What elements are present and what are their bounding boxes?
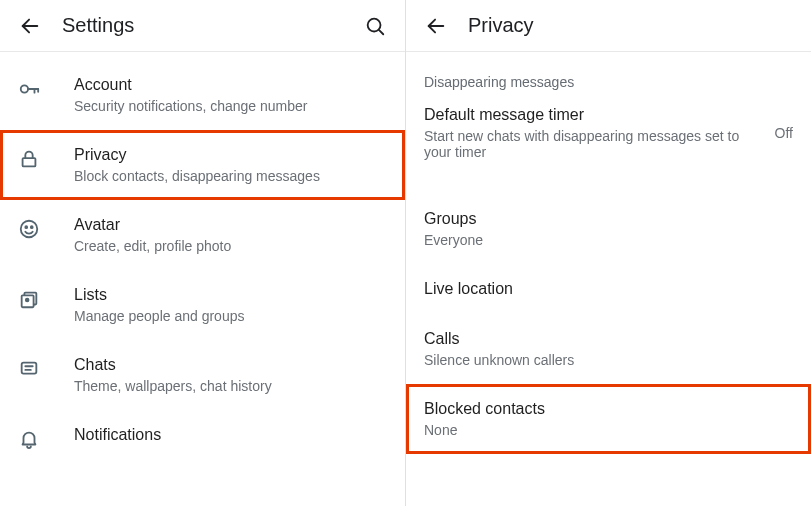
back-button[interactable]	[416, 6, 456, 46]
settings-item-account[interactable]: Account Security notifications, change n…	[0, 60, 405, 130]
svg-point-3	[21, 85, 28, 92]
lock-icon	[18, 148, 40, 170]
page-title: Privacy	[468, 14, 534, 37]
list-item-label: Avatar	[74, 216, 387, 234]
list-item-sub: Create, edit, profile photo	[74, 238, 387, 254]
list-item-sub: Everyone	[424, 232, 793, 248]
list-item-sub: Block contacts, disappearing messages	[74, 168, 387, 184]
lists-icon	[18, 288, 40, 310]
list-item-label: Blocked contacts	[424, 400, 793, 418]
list-item-label: Notifications	[74, 426, 387, 444]
bell-icon	[18, 428, 40, 450]
settings-item-chats[interactable]: Chats Theme, wallpapers, chat history	[0, 340, 405, 410]
svg-rect-7	[23, 158, 36, 166]
settings-list: Account Security notifications, change n…	[0, 52, 405, 454]
back-button[interactable]	[10, 6, 50, 46]
svg-point-8	[21, 221, 38, 238]
list-item-label: Default message timer	[424, 106, 767, 124]
list-item-sub: Manage people and groups	[74, 308, 387, 324]
privacy-item-default-timer[interactable]: Default message timer Start new chats wi…	[406, 98, 811, 176]
settings-panel: Settings Account Security notifications,…	[0, 0, 406, 506]
privacy-panel: Privacy Disappearing messages Default me…	[406, 0, 811, 506]
list-item-label: Account	[74, 76, 387, 94]
list-item-label: Live location	[424, 280, 793, 298]
list-item-trailing: Off	[767, 125, 793, 141]
privacy-item-calls[interactable]: Calls Silence unknown callers	[406, 314, 811, 384]
privacy-list: Disappearing messages Default message ti…	[406, 52, 811, 454]
list-item-sub: Silence unknown callers	[424, 352, 793, 368]
privacy-item-live-location[interactable]: Live location	[406, 264, 811, 314]
section-header-disappearing: Disappearing messages	[406, 60, 811, 98]
privacy-item-blocked-contacts[interactable]: Blocked contacts None	[406, 384, 811, 454]
list-item-label: Chats	[74, 356, 387, 374]
arrow-left-icon	[425, 15, 447, 37]
arrow-left-icon	[19, 15, 41, 37]
list-item-label: Groups	[424, 210, 793, 228]
privacy-appbar: Privacy	[406, 0, 811, 52]
privacy-item-groups[interactable]: Groups Everyone	[406, 194, 811, 264]
settings-item-privacy[interactable]: Privacy Block contacts, disappearing mes…	[0, 130, 405, 200]
settings-item-lists[interactable]: Lists Manage people and groups	[0, 270, 405, 340]
settings-appbar: Settings	[0, 0, 405, 52]
list-item-label: Lists	[74, 286, 387, 304]
list-item-sub: Theme, wallpapers, chat history	[74, 378, 387, 394]
search-icon	[364, 15, 386, 37]
svg-line-2	[379, 30, 383, 34]
list-item-label: Calls	[424, 330, 793, 348]
list-item-label: Privacy	[74, 146, 387, 164]
svg-point-9	[25, 226, 27, 228]
search-button[interactable]	[355, 6, 395, 46]
svg-rect-14	[22, 363, 37, 374]
avatar-icon	[18, 218, 40, 240]
page-title: Settings	[62, 14, 134, 37]
settings-item-avatar[interactable]: Avatar Create, edit, profile photo	[0, 200, 405, 270]
svg-point-10	[31, 226, 33, 228]
key-icon	[18, 78, 40, 100]
chats-icon	[18, 358, 40, 380]
list-item-sub: Start new chats with disappearing messag…	[424, 128, 767, 160]
settings-item-notifications[interactable]: Notifications	[0, 410, 405, 454]
list-item-sub: None	[424, 422, 793, 438]
svg-point-13	[26, 299, 29, 302]
list-item-sub: Security notifications, change number	[74, 98, 387, 114]
